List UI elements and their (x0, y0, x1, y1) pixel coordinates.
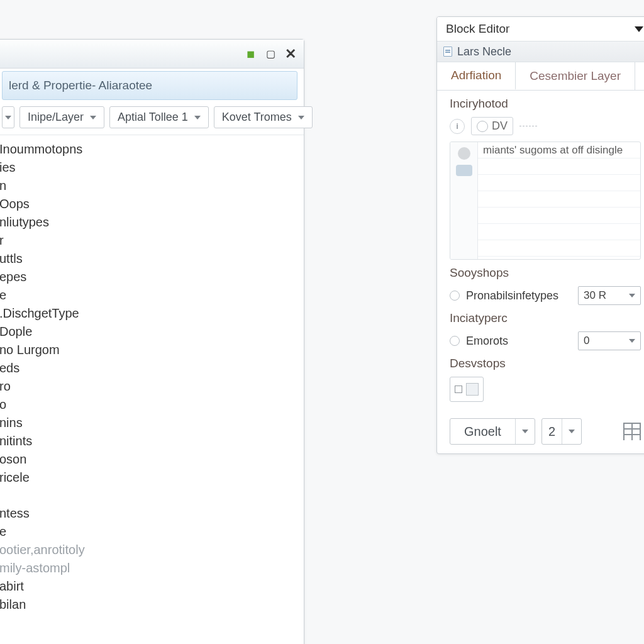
file-icon (443, 47, 452, 57)
tree-item[interactable]: nitints (0, 432, 301, 450)
tree-item[interactable]: nins (0, 414, 301, 432)
dd-label: Aptial Tollee 1 (118, 111, 188, 124)
opt-emorots: Emorots 0 (450, 331, 641, 350)
tree-item[interactable]: Oops (0, 195, 301, 213)
opt-label: Pronabilsinfetypes (466, 289, 558, 303)
tree-item[interactable]: ootier,anrotitoly (0, 541, 301, 559)
message-row (478, 175, 640, 191)
toolbar-dd-1[interactable] (2, 106, 14, 128)
tree-item[interactable]: o (0, 396, 301, 414)
tree-item[interactable]: .DischgetType (0, 304, 301, 323)
tree-item[interactable]: ntess (0, 504, 301, 523)
tab-label: Cesembier Layer (530, 69, 621, 83)
select-pronabil[interactable]: 30 R (578, 286, 641, 305)
chevron-down-icon (298, 116, 304, 119)
close-icon[interactable]: ✕ (284, 47, 297, 61)
dv-bar: i DV (450, 117, 641, 135)
image-icon (466, 383, 479, 396)
toolbar-dd-tromes[interactable]: Kovet Tromes (214, 106, 313, 128)
section-incatyperc: Inciatyperc (450, 311, 641, 325)
tree-item[interactable]: mily-astompl (0, 559, 301, 577)
toolbar-dd-layer[interactable]: Inipe/Layer (19, 106, 104, 128)
section-incryhotod: Inciryhotod (450, 97, 641, 111)
message-area: miants' sugoms at off disingle (450, 142, 641, 260)
collapse-icon[interactable] (635, 26, 643, 32)
select-value: 0 (584, 335, 589, 347)
message-side (450, 142, 478, 259)
tab-g[interactable]: G (635, 62, 644, 90)
gnoelt-button[interactable]: Gnoelt (450, 418, 535, 445)
message-row: miants' sugoms at off disingle (478, 142, 640, 158)
button-label: Gnoelt (450, 419, 516, 444)
tree-item[interactable]: Inoummotopns (0, 140, 301, 158)
left-toolbar: Inipe/Layer Aptial Tollee 1 Kovet Tromes (0, 100, 304, 133)
chevron-down-icon (569, 430, 575, 433)
checkbox-icon (455, 386, 462, 393)
gear-icon (477, 121, 488, 132)
chevron-down-icon (522, 430, 528, 433)
message-lines[interactable]: miants' sugoms at off disingle (478, 142, 640, 259)
tree-item[interactable]: ricele (0, 469, 301, 487)
tree-item[interactable]: uttls (0, 250, 301, 268)
bottom-bar: Gnoelt 2 (450, 418, 641, 445)
tree-item[interactable]: eds (0, 359, 301, 377)
block-editor-panel: Inciryhotod i DV miants' sugoms at off d… (437, 91, 644, 453)
tree-item (0, 487, 301, 504)
properties-window: ◼ ▢ ✕ lerd & Propertie- Aliaraotee Inipe… (0, 39, 304, 644)
tree-item[interactable]: bilan (0, 596, 301, 614)
left-header-text: lerd & Propertie- Aliaraotee (9, 79, 152, 92)
tree-item[interactable]: oson (0, 450, 301, 469)
radio-pronabil[interactable] (450, 291, 460, 301)
select-emorots[interactable]: 0 (578, 331, 641, 350)
tree-item[interactable]: n (0, 177, 301, 195)
message-row (478, 191, 640, 208)
tree-item[interactable]: ies (0, 158, 301, 177)
tree-item[interactable]: r (0, 231, 301, 250)
dv-button[interactable]: DV (471, 117, 513, 135)
block-editor-tabs: Adrfiation Cesembier Layer G (437, 62, 644, 91)
dd-label: Kovet Tromes (222, 111, 292, 124)
chevron-down-icon (629, 339, 635, 343)
tree-item[interactable]: e (0, 286, 301, 304)
avatar-icon (456, 165, 472, 176)
block-editor-subbar: Lars Necle (437, 41, 644, 62)
opt-pronabil: Pronabilsinfetypes 30 R (450, 286, 641, 305)
tree-item[interactable]: e (0, 523, 301, 541)
thumb-toggle[interactable] (450, 377, 484, 402)
tree-item[interactable]: abirt (0, 577, 301, 596)
count-value: 2 (542, 419, 562, 444)
block-editor-subtitle: Lars Necle (457, 45, 511, 58)
tab-cesembier-layer[interactable]: Cesembier Layer (516, 62, 635, 90)
toolbar-dd-aptial[interactable]: Aptial Tollee 1 (109, 106, 209, 128)
grid-icon[interactable] (623, 423, 641, 440)
tree-item[interactable]: epes (0, 268, 301, 286)
message-row (478, 158, 640, 175)
tree-item[interactable]: ro (0, 377, 301, 396)
count-dropdown[interactable] (562, 419, 581, 444)
message-row (478, 224, 640, 240)
left-header: lerd & Propertie- Aliaraotee (2, 71, 297, 100)
block-editor-title: Block Editor (446, 22, 509, 36)
block-editor-titlebar: Block Editor (437, 17, 644, 41)
tree-item[interactable]: Dople (0, 323, 301, 341)
section-desvstops: Desvstops (450, 357, 641, 370)
tab-adrfiation[interactable]: Adrfiation (437, 62, 516, 90)
tree-item[interactable]: no Lurgom (0, 341, 301, 359)
block-editor-window: Block Editor Lars Necle Adrfiation Cesem… (436, 16, 644, 454)
gnoelt-dropdown[interactable] (516, 419, 535, 444)
chevron-down-icon (5, 116, 11, 119)
message-row (478, 240, 640, 257)
info-icon[interactable]: i (450, 119, 465, 134)
tree-list: InoummotopnsiesnOopsnliutypesruttlsepese… (0, 135, 304, 644)
message-row (478, 208, 640, 224)
count-button[interactable]: 2 (541, 418, 582, 445)
chevron-down-icon (90, 116, 96, 119)
section-sooyshops: Sooyshops (450, 266, 641, 280)
chevron-down-icon (629, 294, 635, 297)
tree-item[interactable]: nliutypes (0, 213, 301, 231)
maximize-icon[interactable]: ▢ (264, 47, 277, 61)
select-value: 30 R (584, 289, 606, 302)
tab-label: Adrfiation (451, 69, 501, 82)
message-icon[interactable]: ◼ (243, 47, 257, 61)
radio-emorots[interactable] (450, 336, 460, 346)
